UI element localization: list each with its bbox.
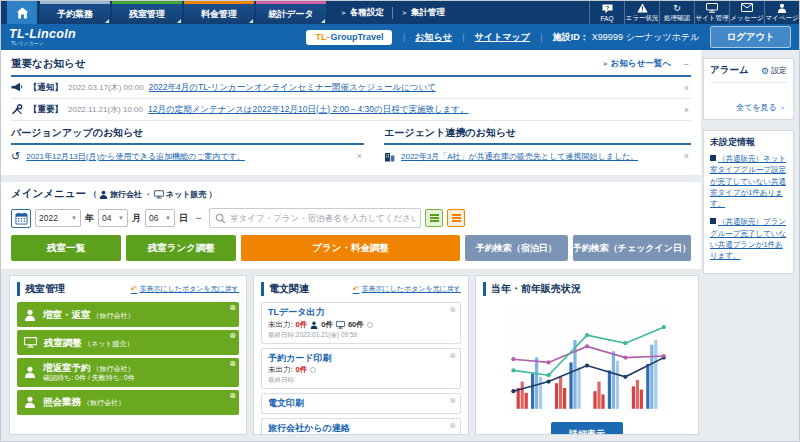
notice-link[interactable]: 2022年4月のTL-リンカーンオンラインセミナー開催スケジュールについて (149, 82, 436, 94)
agent-link-section: エージェント連携のお知らせ 2022年3月「A社」が共通在庫の販売先として連携開… (384, 126, 691, 167)
mypage-button[interactable]: マイページ (764, 1, 799, 24)
restore-hidden-buttons-link[interactable]: ↶非表示にしたボタンを元に戻す (131, 284, 239, 294)
separator: ・ (144, 189, 152, 200)
news-link[interactable]: お知らせ (415, 31, 452, 44)
room-rank-adjust-button[interactable]: 残室ランク調整 (126, 235, 236, 261)
legend-agency-label: 旅行会社 (110, 189, 142, 200)
main-column: 重要なお知らせ ＞お知らせ一覧へ − 【通知】 2022.03.17(木) 00… (1, 50, 701, 441)
keyword-search-input[interactable] (230, 213, 415, 223)
inquiry-work-button[interactable]: 照会業務（旅行会社） ⊗ (17, 390, 239, 415)
home-button[interactable] (7, 1, 37, 24)
row-sublabel: （旅行会社） (93, 312, 135, 321)
tl-lincoln-logo[interactable]: TL-Lincoln TL-リンカーン (9, 28, 76, 47)
room-adjust-button[interactable]: 残室調整（ネット販売） ⊗ (17, 330, 239, 355)
card-title: 旅行会社からの連絡 (268, 422, 454, 435)
room-list-button[interactable]: 残室一覧 (11, 235, 121, 261)
year-select[interactable]: 2022▼ (35, 209, 81, 227)
hide-button-icon[interactable]: ⊗ (229, 331, 236, 340)
agency-contact-card[interactable]: 旅行会社からの連絡 未処理: 0件 ⊗ (261, 418, 461, 435)
close-icon[interactable]: × (355, 151, 364, 161)
row-detail: 確認待ち: 0件 / 失敗待ち: 0件 (43, 374, 135, 383)
year-value: 2022 (39, 213, 58, 223)
calendar-button[interactable] (11, 209, 31, 228)
row-label: 増返室予約 (43, 362, 91, 374)
logout-button[interactable]: ログアウト (710, 26, 791, 48)
add-return-room-booking-button[interactable]: 増返室予約（旅行会社） 確認待ち: 0件 / 失敗待ち: 0件 ⊗ (17, 358, 239, 387)
plan-rate-adjust-button[interactable]: プラン・料金調整 (241, 235, 459, 261)
alarm-settings-link[interactable]: ⚙ 設定 (761, 65, 787, 76)
add-return-rooms-button[interactable]: 増室・返室（旅行会社） ⊗ (17, 302, 239, 327)
brand-bar-right: TL- GroupTravel ｜ お知らせ ｜ サイトマップ ｜ 施設ID： … (306, 26, 791, 48)
grouptravel-tl: TL- (315, 32, 329, 42)
last-output-time: 最終日時: (268, 376, 454, 385)
hide-button-icon[interactable]: ⊗ (229, 303, 236, 312)
grouptravel-button[interactable]: TL- GroupTravel (306, 30, 392, 45)
tab-statistics[interactable]: 統計データ (256, 1, 326, 24)
tl-data-output-card[interactable]: TLデータ出力 未出力: 0件 0件 60件 最終日時:2022.01.21(金… (261, 302, 461, 344)
notice-list-link[interactable]: ＞お知らせ一覧へ (602, 58, 671, 70)
tab-label: 統計データ (268, 8, 313, 21)
list-icon (452, 214, 461, 222)
collapse-button[interactable]: − (681, 59, 691, 70)
message-print-card[interactable]: 電文印刷 ⊗ (261, 393, 461, 414)
agent-link[interactable]: 2022年3月「A社」が共通在庫の販売先として連携開始しました。 (401, 151, 638, 162)
view-all-alarms-link[interactable]: 全てを見る ＞ (710, 100, 787, 114)
day-select[interactable]: 06▼ (145, 209, 175, 227)
process-status-button[interactable]: ↻ 処理確認 (659, 1, 694, 24)
hide-button-icon[interactable]: ⊗ (449, 351, 456, 360)
tab-label: 残室管理 (129, 8, 165, 21)
close-icon[interactable]: × (682, 151, 691, 161)
row-sublabel: （ネット販売） (84, 340, 134, 349)
unset-info-card: 未設定情報 （共通販売）ネット室タイプグループ設定が完了していない共通室タイプが… (703, 130, 794, 274)
link-aggregation[interactable]: ＞集計管理 (401, 7, 445, 19)
detail-view-button[interactable]: 詳細表示 (551, 422, 623, 435)
orange-list-toggle[interactable] (447, 209, 465, 227)
booking-search-stay-button[interactable]: 予約検索（宿泊日） (465, 235, 568, 261)
card-title: 電文印刷 (268, 397, 454, 410)
faq-button[interactable]: ? FAQ (589, 1, 624, 24)
logo-subtext: TL-リンカーン (11, 41, 76, 46)
list-icon (430, 214, 439, 222)
tab-room-inventory[interactable]: 残室管理 (112, 1, 182, 24)
month-label: 月 (132, 212, 141, 225)
green-list-toggle[interactable] (425, 209, 443, 227)
hide-button-icon[interactable]: ⊗ (449, 421, 456, 430)
tab-reservations[interactable]: 予約業務 (40, 1, 110, 24)
search-icon (215, 213, 226, 224)
home-icon (16, 7, 29, 19)
restore-hidden-buttons-link[interactable]: ↶非表示にしたボタンを元に戻す (353, 284, 461, 294)
booking-card-print-card[interactable]: 予約カード印刷 未出力: 0件 最終日時: ⊗ (261, 348, 461, 390)
gear-icon: ⚙ (761, 66, 769, 76)
room-panel-title: 残室管理 (17, 282, 65, 296)
notice-date: 2022.03.17(木) 00:00 (68, 82, 144, 93)
unset-plan-group-link[interactable]: （共通販売）プラングループ完了していない共通プランが1件あります。 (710, 216, 787, 261)
unset-info-title: 未設定情報 (710, 136, 787, 149)
sitemap-link[interactable]: サイトマップ (475, 31, 530, 44)
link-settings[interactable]: ＞各種設定 (340, 7, 384, 19)
booking-search-checkin-button[interactable]: 予約検索（チェックイン日） (573, 235, 691, 261)
notice-link[interactable]: 12月の定期メンテナンスは2022年12月10日(土) 2:00～4:30の日程… (148, 104, 468, 116)
page-content: 重要なお知らせ ＞お知らせ一覧へ − 【通知】 2022.03.17(木) 00… (1, 50, 799, 441)
hide-button-icon[interactable]: ⊗ (449, 305, 456, 314)
version-up-section: バージョンアップのお知らせ ↺ 2021年12月13日(月)から使用できる追加機… (11, 126, 364, 167)
tab-label: 料金管理 (201, 8, 237, 21)
hide-button-icon[interactable]: ⊗ (229, 391, 236, 400)
error-status-button[interactable]: エラー状況 (624, 1, 659, 24)
tab-rates[interactable]: 料金管理 (184, 1, 254, 24)
month-select[interactable]: 04▼ (98, 209, 128, 227)
unset-room-type-link[interactable]: （共通販売）ネット室タイプグループ設定が完了していない共通室タイプが1件あります… (710, 153, 787, 209)
close-icon[interactable]: × (682, 105, 691, 115)
close-icon[interactable]: × (682, 83, 691, 93)
card-title: 予約カード印刷 (268, 352, 454, 365)
divider: ｜ (459, 31, 468, 44)
hide-button-icon[interactable]: ⊗ (229, 359, 236, 368)
util-label: サイト管理 (696, 14, 729, 23)
version-up-link[interactable]: 2021年12月13日(月)から使用できる追加機能のご案内です。 (26, 151, 245, 162)
site-management-button[interactable]: サイト管理 (694, 1, 729, 24)
link-label: 全てを見る (736, 103, 777, 112)
top-links: ＞各種設定 ＞集計管理 (340, 1, 445, 24)
hide-button-icon[interactable]: ⊗ (449, 396, 456, 405)
person-icon (24, 366, 36, 378)
messages-button[interactable]: メッセージ (729, 1, 764, 24)
building-icon (384, 151, 395, 162)
